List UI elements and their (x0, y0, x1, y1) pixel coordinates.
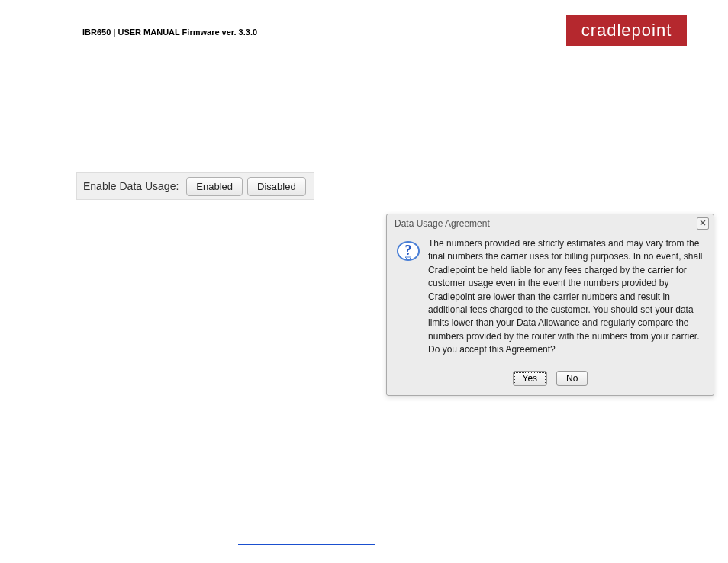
enable-data-usage-label: Enable Data Usage: (83, 180, 179, 192)
yes-button[interactable]: Yes (513, 371, 548, 386)
enabled-button[interactable]: Enabled (186, 177, 243, 196)
dialog-title-bar: Data Usage Agreement (387, 214, 714, 233)
footer-underline (238, 544, 375, 545)
dialog-body: ? The numbers provided are strictly esti… (387, 233, 714, 365)
dialog-close-button[interactable] (697, 217, 709, 230)
enable-data-usage-panel: Enable Data Usage: Enabled Disabled (76, 172, 314, 200)
dialog-title: Data Usage Agreement (395, 218, 490, 229)
page-header-breadcrumb: IBR650 | USER MANUAL Firmware ver. 3.3.0 (82, 27, 257, 37)
question-icon: ? (396, 239, 420, 263)
data-usage-agreement-dialog: Data Usage Agreement ? The numbers provi… (386, 214, 714, 396)
dialog-message: The numbers provided are strictly estima… (428, 237, 704, 357)
close-icon (699, 219, 707, 228)
no-button[interactable]: No (556, 371, 588, 386)
disabled-button[interactable]: Disabled (247, 177, 306, 196)
dialog-actions: Yes No (387, 365, 714, 395)
svg-text:?: ? (405, 243, 412, 258)
brand-logo: cradlepoint (566, 15, 687, 46)
